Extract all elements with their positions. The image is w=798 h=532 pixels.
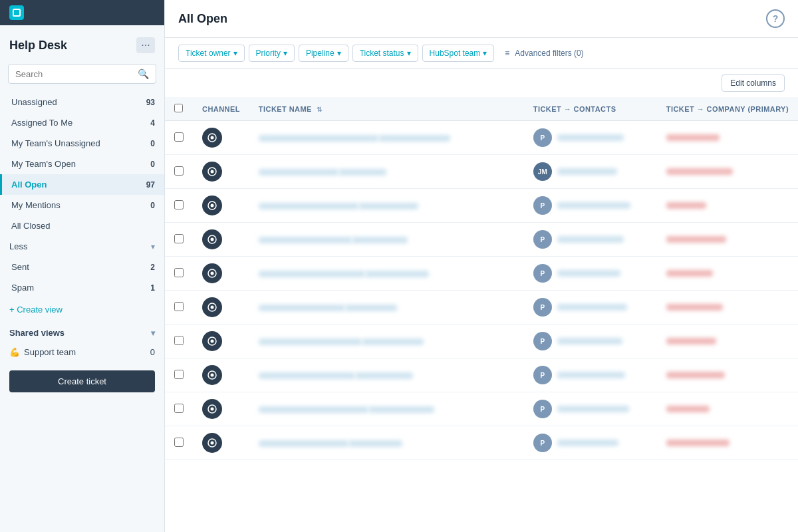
sidebar-item-assigned-to-me[interactable]: Assigned To Me 4 (0, 112, 164, 133)
row-checkbox[interactable] (174, 336, 184, 345)
sidebar-item-support-team[interactable]: 💪 Support team 0 (0, 342, 164, 362)
nav-items: Unassigned 93 Assigned To Me 4 My Team's… (0, 92, 164, 236)
contact-name-text (557, 304, 627, 311)
create-view-button[interactable]: + Create view (0, 298, 164, 321)
table-row: P (165, 189, 798, 223)
company-cell (657, 121, 798, 155)
channel-cell (193, 223, 249, 257)
channel-cell (193, 291, 249, 325)
row-checkbox-cell (165, 358, 193, 392)
row-checkbox[interactable] (174, 166, 184, 176)
contact-avatar: P (533, 332, 552, 350)
sidebar-item-all-open[interactable]: All Open 97 (0, 174, 164, 195)
ticket-name-cell[interactable] (249, 121, 524, 155)
row-checkbox[interactable] (174, 370, 184, 379)
contacts-cell: P (524, 426, 657, 460)
svg-point-11 (211, 306, 214, 309)
ticket-status-filter[interactable]: Ticket status ▾ (352, 45, 418, 62)
contact-avatar: P (533, 298, 552, 317)
row-checkbox[interactable] (174, 132, 184, 142)
sidebar-item-sent[interactable]: Sent 2 (0, 257, 164, 277)
ticket-name-cell[interactable] (249, 291, 524, 325)
table-row: P (165, 223, 798, 257)
svg-point-9 (211, 272, 214, 275)
row-checkbox[interactable] (174, 404, 184, 413)
ticket-owner-filter[interactable]: Ticket owner ▾ (178, 45, 245, 62)
row-checkbox[interactable] (174, 302, 184, 311)
channel-icon (202, 365, 222, 385)
channel-icon (202, 297, 222, 317)
contact-name-text (557, 236, 624, 243)
channel-icon (202, 263, 222, 283)
header-ticket-name[interactable]: TICKET NAME ⇅ (249, 97, 524, 121)
row-checkbox-cell (165, 223, 193, 257)
ticket-name-cell[interactable] (249, 189, 524, 223)
contact-name-text (557, 168, 617, 175)
filter-lines-icon: ≡ (505, 49, 509, 58)
sidebar-item-spam[interactable]: Spam 1 (0, 277, 164, 298)
table-toolbar: Edit columns (165, 69, 798, 97)
select-all-checkbox[interactable] (174, 104, 183, 112)
support-team-emoji: 💪 (9, 347, 20, 357)
svg-point-1 (211, 136, 214, 140)
help-button[interactable]: ? (766, 9, 785, 28)
ticket-name-cell[interactable] (249, 155, 524, 189)
sidebar-item-my-mentions[interactable]: My Mentions 0 (0, 195, 164, 215)
edit-columns-button[interactable]: Edit columns (722, 74, 785, 92)
company-name-text (666, 372, 725, 378)
channel-cell (193, 257, 249, 291)
row-checkbox[interactable] (174, 438, 184, 447)
ticket-name-cell[interactable] (249, 392, 524, 426)
ticket-name-cell[interactable] (249, 325, 524, 358)
channel-cell (193, 392, 249, 426)
filters-bar: Ticket owner ▾ Priority ▾ Pipeline ▾ Tic… (165, 38, 798, 69)
shared-views-header[interactable]: Shared views ▾ (0, 321, 164, 342)
pipeline-filter[interactable]: Pipeline ▾ (299, 45, 348, 62)
sidebar-item-my-teams-unassigned[interactable]: My Team's Unassigned 0 (0, 133, 164, 154)
contact-avatar: P (533, 230, 552, 249)
advanced-filters-button[interactable]: ≡ Advanced filters (0) (498, 45, 590, 61)
table-row: P (165, 426, 798, 460)
priority-filter[interactable]: Priority ▾ (249, 45, 295, 62)
company-name-text (666, 304, 723, 311)
channel-cell (193, 155, 249, 189)
table-row: P (165, 121, 798, 155)
ticket-name-cell[interactable] (249, 358, 524, 392)
contacts-cell: P (524, 121, 657, 155)
table-header-row: CHANNEL TICKET NAME ⇅ TICKET → CONTACTS … (165, 97, 798, 121)
contacts-cell: P (524, 257, 657, 291)
header-contacts: TICKET → CONTACTS (524, 97, 657, 121)
contacts-cell: P (524, 291, 657, 325)
contact-name-text (557, 440, 618, 446)
create-ticket-button[interactable]: Create ticket (9, 370, 155, 392)
company-cell (657, 325, 798, 358)
sidebar-item-all-closed[interactable]: All Closed (0, 215, 164, 236)
search-input[interactable] (15, 69, 138, 79)
ticket-name-text (259, 271, 365, 277)
header-channel: CHANNEL (193, 97, 249, 121)
row-checkbox-cell (165, 392, 193, 426)
company-name-text (666, 134, 720, 141)
main-header: All Open ? (165, 0, 798, 38)
row-checkbox[interactable] (174, 234, 184, 243)
header-checkbox-cell (165, 97, 193, 121)
ticket-name-cell[interactable] (249, 257, 524, 291)
row-checkbox[interactable] (174, 200, 184, 209)
hubspot-team-filter[interactable]: HubSpot team ▾ (422, 45, 495, 62)
ticket-name-cell[interactable] (249, 223, 524, 257)
less-toggle[interactable]: Less ▾ (0, 236, 164, 257)
company-name-text (666, 440, 730, 446)
ticket-name-cell[interactable] (249, 426, 524, 460)
chevron-down-icon: ▾ (283, 49, 287, 58)
company-cell (657, 358, 798, 392)
ticket-subtitle-text (368, 406, 434, 413)
sidebar-menu-button[interactable]: ··· (136, 37, 155, 53)
svg-point-3 (211, 170, 214, 174)
row-checkbox[interactable] (174, 268, 184, 277)
company-cell (657, 426, 798, 460)
contact-name-text (557, 338, 622, 344)
row-checkbox-cell (165, 291, 193, 325)
sidebar-item-unassigned[interactable]: Unassigned 93 (0, 92, 164, 112)
svg-point-19 (211, 442, 214, 445)
sidebar-item-my-teams-open[interactable]: My Team's Open 0 (0, 154, 164, 174)
